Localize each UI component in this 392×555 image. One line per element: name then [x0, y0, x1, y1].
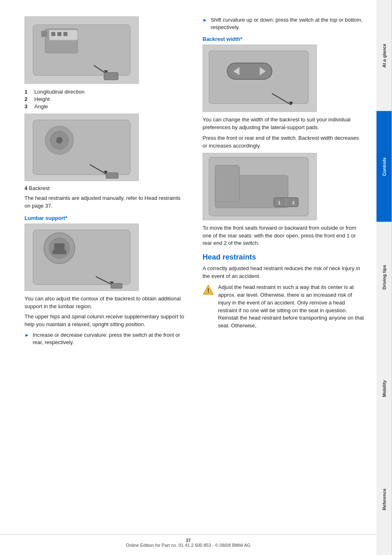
bullet1-arrow: ► — [24, 332, 29, 346]
lumbar-heading: Lumbar support* — [24, 215, 186, 221]
backrest-width-text1: You can change the width of the backrest… — [203, 116, 364, 132]
svg-rect-6 — [57, 32, 61, 36]
item3-num: 3 — [24, 103, 31, 110]
items-list-123: 1 Longitudinal direction 2 Height 3 Angl… — [24, 89, 186, 110]
backrest-width-text2: Press the front or rear end of the switc… — [203, 134, 364, 150]
bullet1-text: Increase or decrease curvature: press th… — [33, 331, 186, 346]
item1-label: Longitudinal direction — [34, 89, 85, 95]
item2-num: 2 — [24, 96, 31, 102]
svg-text:2: 2 — [292, 200, 294, 205]
item4-label: Backrest — [29, 185, 50, 191]
seat-image-2: W0C-14-14-A — [24, 114, 139, 185]
warning-icon: ! — [203, 284, 214, 296]
page-footer: 37 Online Edition for Part no. 01 41 2 6… — [0, 534, 376, 548]
svg-rect-18 — [106, 173, 118, 179]
item2-label: Height — [34, 96, 50, 102]
sidebar-tab-driving-tips[interactable]: Driving tips — [376, 222, 392, 333]
item4-num: 4 — [24, 185, 27, 191]
item3-label: Angle — [34, 103, 48, 110]
bullet2-text: Shift curvature up or down: press the sw… — [211, 16, 364, 31]
warning-box: ! Adjust the head restraint in such a wa… — [203, 284, 364, 333]
seat-image-1: W0C-24848-A — [24, 16, 139, 89]
image2-label: W0C-14-14-A — [138, 137, 139, 157]
bullet2-arrow: ► — [203, 17, 207, 31]
svg-text:1: 1 — [278, 200, 281, 205]
sidebar-tab-reference[interactable]: Reference — [376, 444, 392, 555]
forward-backward-image: 1 2 P90-05-6-VR — [203, 153, 317, 224]
warning-text: Adjust the head restraint in such a way … — [218, 284, 364, 330]
head-restraints-heading: Head restraints — [203, 253, 364, 262]
svg-rect-27 — [111, 283, 122, 288]
footer-text: Online Edition for Part no. 01 41 2 600 … — [0, 543, 376, 548]
bullet-item-1: ► Increase or decrease curvature: press … — [24, 331, 186, 346]
right-image2-label: P90-05-6-VR — [316, 177, 317, 196]
sidebar: At a glance Controls Driving tips Mobili… — [376, 0, 392, 555]
svg-rect-7 — [63, 32, 67, 36]
image1-label: W0C-24848-A — [138, 40, 139, 60]
sidebar-tab-controls[interactable]: Controls — [376, 111, 392, 222]
sidebar-tab-at-a-glance[interactable]: At a glance — [376, 0, 392, 111]
item1-num: 1 — [24, 89, 31, 95]
svg-point-15 — [56, 137, 62, 143]
svg-rect-3 — [41, 31, 47, 37]
image3-label: W0C-24818-A — [138, 247, 139, 268]
sidebar-tab-mobility[interactable]: Mobility — [376, 333, 392, 444]
backrest-text: The head restraints are adjusted manuall… — [24, 195, 186, 210]
page-number: 37 — [186, 538, 191, 543]
backrest-width-heading: Backrest width* — [203, 36, 364, 42]
forward-backward-text: To move the front seats forward or backw… — [203, 224, 364, 248]
item4-row: 4 Backrest — [24, 185, 186, 191]
svg-rect-10 — [104, 73, 118, 80]
bullet-item-2: ► Shift curvature up or down: press the … — [203, 16, 364, 31]
left-column: W0C-24848-A 1 Longitudinal direction 2 H… — [24, 16, 194, 349]
lumbar-image: W0C-24818-A — [24, 224, 139, 295]
svg-text:!: ! — [207, 287, 209, 294]
svg-rect-38 — [215, 165, 240, 201]
lumbar-text1: You can also adjust the contour of the b… — [24, 295, 186, 311]
svg-rect-5 — [51, 32, 56, 36]
svg-rect-24 — [53, 250, 67, 254]
lumbar-text2: The upper hips and spinal column receive… — [24, 313, 186, 329]
right-column: ► Shift curvature up or down: press the … — [194, 16, 364, 349]
backrest-width-image: P90-21-631 — [203, 45, 317, 116]
head-restraints-text: A correctly adjusted head restraint redu… — [203, 265, 364, 280]
